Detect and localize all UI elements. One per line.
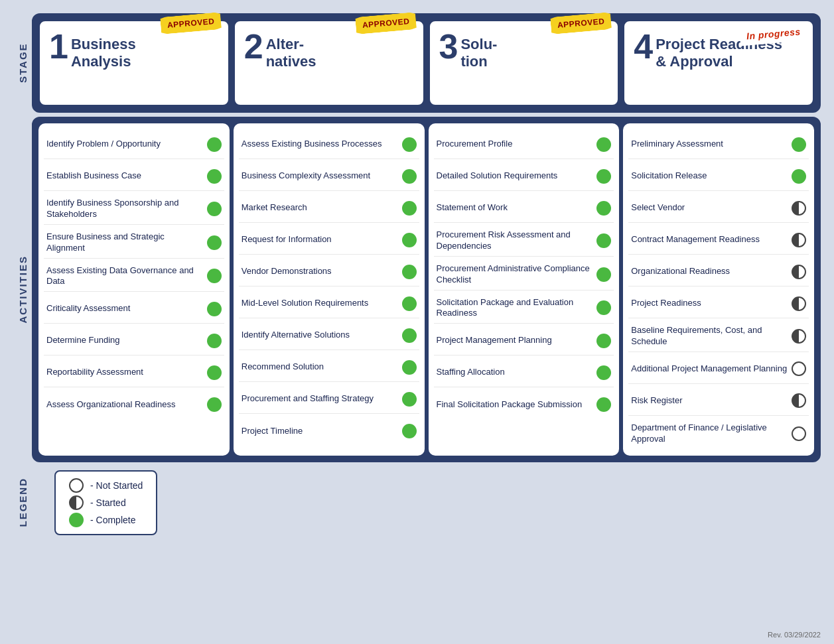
list-item: Statement of Work xyxy=(434,194,614,223)
activity-text: Baseline Requirements, Cost, and Schedul… xyxy=(631,325,792,348)
status-icon-complete xyxy=(596,334,611,348)
list-item: Select Vendor xyxy=(628,194,809,223)
revision-text: Rev. 03/29/2022 xyxy=(768,631,821,639)
status-icon-complete xyxy=(207,334,222,348)
activity-text: Additional Project Management Planning xyxy=(631,363,792,375)
status-icon-complete xyxy=(207,269,222,283)
stage-label: STAGE xyxy=(13,13,32,113)
activity-text: Organizational Readiness xyxy=(631,266,792,277)
list-item: Project Readiness xyxy=(628,289,809,318)
stage-card-4: In progress4Project Readiness& Approval xyxy=(623,20,814,106)
list-item: Recommend Solution xyxy=(239,353,419,382)
activity-text: Assess Organizational Readiness xyxy=(46,399,207,411)
list-item: Risk Register xyxy=(628,387,809,416)
activities-container: Identify Problem / OpportunityEstablish … xyxy=(32,117,821,462)
status-icon-complete xyxy=(792,137,806,152)
status-icon-complete xyxy=(792,169,806,184)
activity-text: Identify Alternative Solutions xyxy=(242,330,402,341)
activity-text: Solicitation Release xyxy=(631,170,792,182)
activity-text: Assess Existing Data Governance and Data xyxy=(46,265,207,288)
status-icon-complete xyxy=(596,233,611,248)
activity-text: Business Complexity Assessment xyxy=(242,170,402,182)
activity-text: Select Vendor xyxy=(631,202,792,214)
legend-row: LEGEND - Not Started- Started- Complete xyxy=(13,470,821,535)
legend-label-text: - Started xyxy=(90,497,126,508)
status-icon-started xyxy=(792,329,806,344)
status-icon-started xyxy=(792,296,806,311)
list-item: Detailed Solution Requirements xyxy=(434,162,614,191)
list-item: Procurement and Staffing Strategy xyxy=(239,385,419,414)
status-icon-complete xyxy=(402,137,417,152)
list-item: Establish Business Case xyxy=(44,162,224,191)
list-item: Contract Management Readiness xyxy=(628,225,809,255)
list-item: Preliminary Assessment xyxy=(628,130,809,159)
list-item: Project Management Planning xyxy=(434,326,614,355)
status-icon-complete xyxy=(402,392,417,407)
status-icon-complete xyxy=(402,424,417,438)
activity-text: Assess Existing Business Processes xyxy=(242,139,402,150)
status-icon-started xyxy=(792,201,806,216)
activity-column-4: Preliminary AssessmentSolicitation Relea… xyxy=(623,123,814,456)
status-icon-complete xyxy=(596,300,611,315)
list-item: Assess Existing Business Processes xyxy=(239,130,419,159)
legend-label: LEGEND xyxy=(13,478,32,527)
status-icon-complete xyxy=(207,235,222,250)
stage-title-2: Alter-natives xyxy=(266,29,414,71)
activity-text: Project Management Planning xyxy=(437,335,597,346)
list-item: Baseline Requirements, Cost, and Schedul… xyxy=(628,321,809,352)
stage-number-3: 3 xyxy=(439,29,458,64)
activity-column-3: Procurement ProfileDetailed Solution Req… xyxy=(429,123,620,456)
list-item: Determine Funding xyxy=(44,326,224,355)
activity-text: Department of Finance / Legislative Appr… xyxy=(631,422,792,445)
list-item: Criticality Assessment xyxy=(44,294,224,324)
status-icon-complete xyxy=(402,233,417,247)
status-icon-complete xyxy=(402,169,417,184)
activity-text: Mid-Level Solution Requirements xyxy=(242,298,402,309)
legend-label-text: - Complete xyxy=(90,515,135,525)
status-icon-complete xyxy=(207,397,222,412)
activity-text: Determine Funding xyxy=(46,335,207,346)
activity-text: Procurement and Staffing Strategy xyxy=(242,393,402,405)
stage-title-1: BusinessAnalysis xyxy=(71,29,219,71)
status-icon-complete xyxy=(207,302,222,316)
list-item: Market Research xyxy=(239,194,419,223)
legend-container: - Not Started- Started- Complete xyxy=(54,470,157,535)
activity-text: Statement of Work xyxy=(437,202,597,214)
list-item: Procurement Administrative Compliance Ch… xyxy=(434,259,614,290)
activity-text: Reportability Assessment xyxy=(46,367,207,378)
status-icon-started xyxy=(792,393,806,408)
list-item: Solicitation Package and Evaluation Read… xyxy=(434,293,614,324)
activity-text: Solicitation Package and Evaluation Read… xyxy=(437,297,597,320)
stage-number-1: 1 xyxy=(49,29,68,64)
list-item: Final Solicitation Package Submission xyxy=(434,390,614,419)
status-icon-not-started xyxy=(792,426,806,441)
status-icon-complete xyxy=(596,201,611,216)
status-icon-complete xyxy=(402,360,417,375)
activity-text: Procurement Risk Assessment and Dependen… xyxy=(437,229,597,252)
activity-text: Contract Management Readiness xyxy=(631,234,792,245)
stages-container: APPROVED1BusinessAnalysisAPPROVED2Alter-… xyxy=(32,13,821,113)
list-item: Procurement Risk Assessment and Dependen… xyxy=(434,225,614,257)
list-item: Reportability Assessment xyxy=(44,358,224,387)
legend-icon-not-started xyxy=(69,478,84,493)
activity-text: Recommend Solution xyxy=(242,361,402,373)
list-item: Assess Existing Data Governance and Data xyxy=(44,261,224,292)
status-icon-complete xyxy=(596,365,611,380)
list-item: Project Timeline xyxy=(239,417,419,446)
list-item: Assess Organizational Readiness xyxy=(44,390,224,419)
activity-text: Establish Business Case xyxy=(46,170,207,182)
list-item: Request for Information xyxy=(239,225,419,255)
activity-text: Preliminary Assessment xyxy=(631,139,792,150)
activity-text: Vendor Demonstrations xyxy=(242,266,402,277)
list-item: Identify Business Sponsorship and Stakeh… xyxy=(44,194,224,225)
activity-text: Ensure Business and Strategic Alignment xyxy=(46,231,207,254)
legend-item-started: - Started xyxy=(69,495,143,510)
status-icon-complete xyxy=(207,365,222,380)
stage-number-4: 4 xyxy=(634,29,653,64)
list-item: Staffing Allocation xyxy=(434,358,614,387)
list-item: Additional Project Management Planning xyxy=(628,355,809,384)
activity-text: Staffing Allocation xyxy=(437,367,597,378)
activity-text: Criticality Assessment xyxy=(46,303,207,314)
activity-text: Project Timeline xyxy=(242,426,402,437)
page-container: STAGE APPROVED1BusinessAnalysisAPPROVED2… xyxy=(13,13,821,535)
